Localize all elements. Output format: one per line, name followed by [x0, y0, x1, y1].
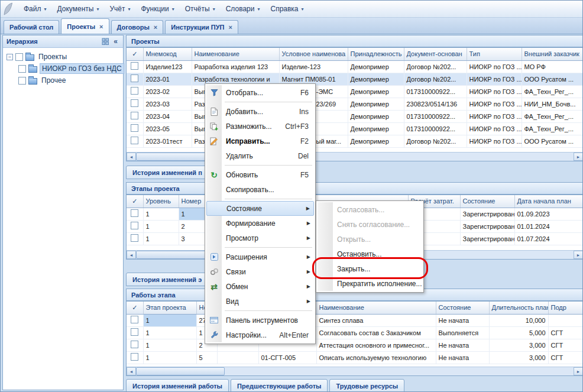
cell-type[interactable]: НИОКР по ГОЗ ... [467, 110, 522, 122]
cell-doc[interactable]: Договор №202... [404, 135, 467, 147]
col-header-mnemo[interactable]: Мнемокод [143, 48, 192, 60]
menu-item-add[interactable]: Добавить... Ins [206, 104, 314, 119]
cell-belong[interactable]: Демопример [348, 73, 404, 85]
cell-start-date[interactable]: 01.09.2023 [514, 208, 583, 220]
tree-expander-icon[interactable]: − [7, 54, 13, 60]
cell-name[interactable]: Описать используемую технологию [316, 351, 436, 364]
cell-customer[interactable]: ООО Русатом ... [522, 135, 583, 147]
close-icon[interactable]: × [229, 24, 232, 31]
cell-state[interactable]: Зарегистрирован [460, 220, 514, 232]
tree-item-label[interactable]: НИОКР по ГОЗ без НДС [40, 63, 124, 74]
cell-name[interactable]: Согласовать состав с Заказчиком [316, 326, 436, 339]
col-header-start-date[interactable]: Дата начала план [514, 195, 583, 208]
col-header-type[interactable]: Тип [467, 48, 522, 60]
tab-desktop[interactable]: Рабочий стол [4, 20, 59, 34]
select-all-header[interactable]: ✓ [127, 302, 143, 314]
menu-item-duplicate[interactable]: Размножить... Ctrl+F3 [206, 119, 314, 134]
cell-state[interactable]: Зарегистрирован [460, 208, 514, 220]
cell-level[interactable]: 1 [143, 232, 179, 245]
submenu-item-stop[interactable]: Остановить... [318, 247, 422, 261]
menu-item-refresh[interactable]: ↻ Обновить F5 [206, 167, 314, 182]
menu-functions[interactable]: Функции▾ [135, 2, 179, 16]
cell-duration[interactable]: 10,000 [489, 314, 548, 326]
col-header-name[interactable]: Наименование [316, 302, 436, 314]
scroll-right-button[interactable]: ► [574, 153, 583, 161]
row-checkbox[interactable] [131, 328, 138, 336]
cell-doc[interactable]: 017310000922... [404, 110, 467, 122]
locate-icon[interactable] [101, 37, 111, 46]
cell-customer[interactable]: НИИ_НМ_Бочв... [522, 98, 583, 110]
col-header-duration[interactable]: Длительность план▼ [489, 302, 548, 314]
col-header-cond-name[interactable]: Условное наименова [279, 48, 348, 60]
col-header-level[interactable]: Уровень [143, 195, 179, 208]
tree-item-other[interactable]: Прочее [4, 74, 122, 86]
row-checkbox[interactable] [131, 87, 138, 95]
cell-type[interactable]: НИОКР по ГОЗ ... [467, 60, 522, 73]
cell-customer[interactable]: ФА_Техн_Рег_... [522, 122, 583, 135]
menu-item-extensions[interactable]: Расширения ▶ [206, 250, 314, 264]
cell-level[interactable]: 1 [143, 208, 179, 220]
cell-belong[interactable]: Демопример [348, 122, 404, 135]
cell-department[interactable]: СГТ [548, 326, 583, 339]
cell-duration[interactable]: 5,000 [489, 326, 548, 339]
cell-type[interactable]: НИОКР по ГОЗ ... [467, 73, 522, 85]
cell-duration[interactable]: 3,000 [489, 351, 548, 364]
menu-item-exchange[interactable]: ⇄ Обмен ▶ [206, 279, 314, 294]
cell-mnemo[interactable]: 2023-05 [143, 122, 192, 135]
menu-item-preview[interactable]: Просмотр ▶ [206, 231, 314, 245]
tab-labor-resources[interactable]: Трудовые ресурсы [329, 379, 404, 392]
cell-mnemo[interactable]: Изделие123 [143, 60, 192, 73]
scroll-left-button[interactable]: ◄ [127, 367, 136, 375]
cell-customer[interactable]: МО РФ [522, 60, 583, 73]
row-checkbox[interactable] [131, 74, 138, 82]
cell-cond[interactable]: Изделие-123 [279, 60, 348, 73]
cell-state[interactable]: Не начата [436, 314, 489, 326]
cell-name[interactable]: Синтез сплава [316, 314, 436, 326]
row-checkbox[interactable] [131, 124, 138, 132]
cell-customer[interactable]: ФА_Техн_Рег_... [522, 85, 583, 98]
col-header-name[interactable]: Наименование [192, 48, 279, 60]
row-checkbox[interactable] [131, 234, 138, 242]
cell-stage[interactable]: 1 [143, 351, 196, 364]
cell-type[interactable]: НИОКР по ГОЗ ... [467, 85, 522, 98]
cell-department[interactable]: СГТ [548, 351, 583, 364]
table-row[interactable]: 1 2 Аттестация основного и примесног... … [127, 339, 583, 351]
cell-name[interactable]: Аттестация основного и примесног... [316, 339, 436, 351]
row-checkbox[interactable] [131, 222, 138, 229]
scroll-right-button[interactable]: ► [574, 251, 583, 259]
row-checkbox[interactable] [131, 112, 138, 119]
cell-type[interactable]: НИОКР по ГОЗ ... [467, 98, 522, 110]
scrollbar-track[interactable] [225, 367, 574, 375]
tree-checkbox[interactable] [15, 53, 23, 61]
row-checkbox[interactable] [131, 353, 138, 361]
table-row[interactable]: 2023-02 Вып -ЭМС Демопример 017310000922… [127, 85, 583, 98]
table-row[interactable]: 1 1 Согласовать состав с Заказчиком Выпо… [127, 326, 583, 339]
cell-mnemo[interactable]: 2023-01тест [143, 135, 192, 147]
menu-accounting[interactable]: Учёт▾ [104, 2, 135, 16]
cell-doc[interactable]: Договор №202... [404, 60, 467, 73]
cell-customer[interactable]: ООО Русатом ... [522, 73, 583, 85]
col-header-doc[interactable]: Документ-основан [404, 48, 467, 60]
table-row[interactable]: 2023-05 Вып Демопример 017310000922... Н… [127, 122, 583, 135]
cell-duration[interactable]: 3,000 [489, 339, 548, 351]
cell-start-date[interactable]: 01.01.2024 [514, 220, 583, 232]
scroll-left-button[interactable]: ◄ [127, 251, 136, 259]
row-checkbox[interactable] [131, 62, 138, 70]
menu-item-view-mode[interactable]: Вид ▶ [206, 294, 314, 309]
cell-mnemo[interactable]: 2023-03 [143, 98, 192, 110]
menu-reports[interactable]: Отчёты▾ [180, 2, 221, 16]
cell-belong[interactable]: Демопример [348, 98, 404, 110]
row-checkbox[interactable] [131, 341, 138, 348]
tree-checkbox[interactable] [18, 77, 26, 85]
row-checkbox[interactable] [131, 316, 138, 323]
menu-dictionaries[interactable]: Словари▾ [221, 2, 265, 16]
select-all-header[interactable]: ✓ [127, 48, 143, 60]
cell-doc[interactable]: 230823/0514/136 [404, 98, 467, 110]
cell-hidden[interactable] [217, 351, 258, 364]
col-header-stage[interactable]: Этап проекта [143, 302, 196, 314]
cell-department[interactable] [548, 314, 583, 326]
menu-item-formation[interactable]: Формирование ▶ [206, 216, 314, 231]
close-icon[interactable]: × [99, 23, 103, 30]
cell-state[interactable]: Не начата [436, 351, 489, 364]
menu-documents[interactable]: Документы▾ [52, 2, 105, 16]
